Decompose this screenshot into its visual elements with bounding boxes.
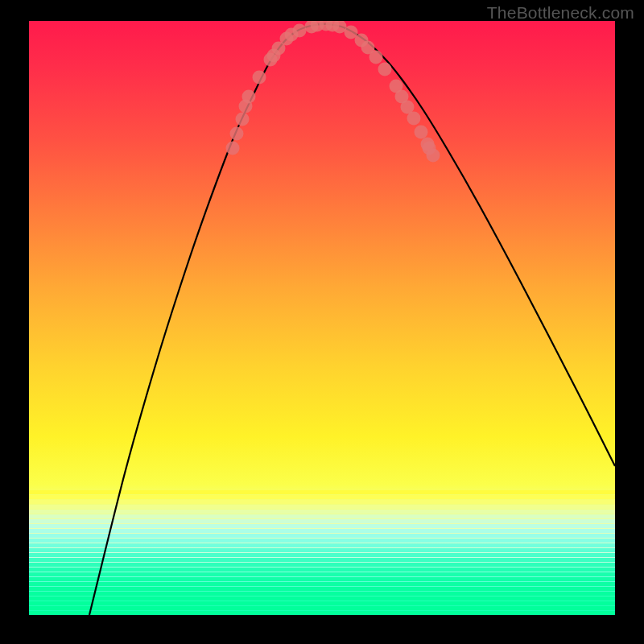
data-marker <box>293 24 307 38</box>
curve-path <box>89 24 615 615</box>
data-markers <box>226 21 440 163</box>
data-marker <box>226 142 240 155</box>
chart-outer-frame <box>0 21 644 644</box>
data-marker <box>253 71 266 85</box>
data-marker <box>242 90 256 104</box>
data-marker <box>407 112 421 126</box>
watermark-text: TheBottleneck.com <box>487 3 634 23</box>
chart-plot-area <box>29 21 615 615</box>
data-marker <box>427 149 440 163</box>
data-marker <box>236 113 250 126</box>
chart-svg <box>29 21 615 615</box>
data-marker <box>415 126 428 139</box>
data-marker <box>230 127 244 141</box>
data-marker <box>369 51 383 64</box>
data-marker <box>378 63 392 76</box>
